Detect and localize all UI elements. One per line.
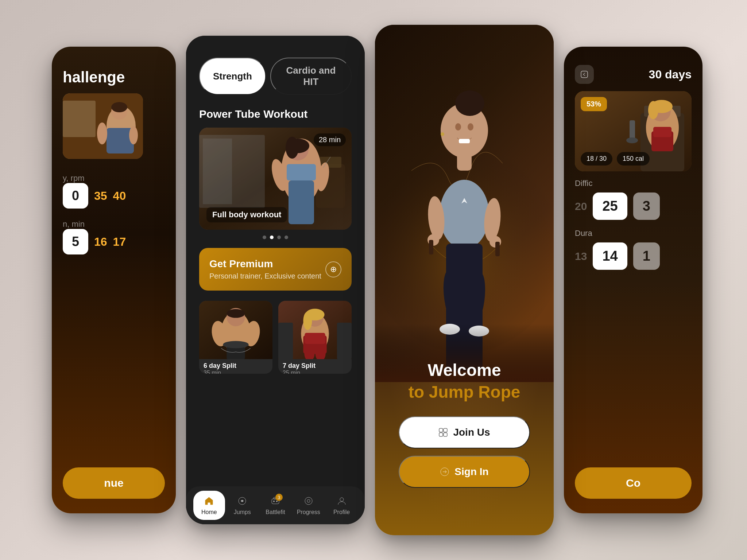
svg-point-46	[305, 497, 312, 505]
dot-4	[285, 236, 288, 239]
split-card-6day[interactable]: 6 day Split 35 min	[199, 301, 272, 374]
difficulty-label: Diffic	[575, 179, 692, 188]
athlete-illustration	[375, 25, 554, 382]
svg-point-6	[97, 122, 107, 144]
nav-progress[interactable]: Progress	[293, 491, 324, 520]
nav-home-label: Home	[201, 509, 217, 516]
phone1-val2: 5	[63, 229, 88, 254]
phone1-stat-row-1: 0 35 40	[63, 183, 165, 209]
sign-in-label: Sign In	[454, 466, 488, 478]
join-us-button[interactable]: Join Us	[399, 416, 530, 448]
premium-subtitle: Personal trainer, Exclusive content	[209, 272, 321, 280]
svg-rect-64	[429, 240, 433, 254]
jumps-icon	[236, 495, 248, 507]
nav-profile[interactable]: Profile	[326, 491, 357, 520]
premium-arrow[interactable]: ⊕	[325, 261, 341, 277]
nav-jumps-label: Jumps	[234, 509, 251, 516]
svg-point-57	[468, 123, 473, 131]
phone1-val1-adj1: 35	[94, 189, 107, 203]
workout-label: Full body workout	[206, 207, 287, 222]
phone4-header: 30 days	[575, 65, 692, 84]
diff-current[interactable]: 25	[593, 192, 627, 220]
premium-text: Get Premium Personal trainer, Exclusive …	[209, 258, 321, 280]
svg-point-84	[648, 101, 658, 119]
svg-point-29	[223, 341, 248, 348]
svg-rect-18	[289, 180, 314, 224]
sign-in-button[interactable]: Sign In	[399, 456, 530, 488]
premium-banner[interactable]: Get Premium Personal trainer, Exclusive …	[199, 248, 352, 291]
svg-rect-75	[444, 433, 447, 436]
svg-point-56	[455, 123, 461, 131]
phone1-title: hallenge	[63, 69, 165, 86]
phone1-stat-row-2: 5 16 17	[63, 229, 165, 254]
phone1-workout-image	[63, 93, 143, 159]
split-card-1-duration: 35 min	[204, 370, 268, 374]
svg-point-16	[286, 137, 299, 159]
svg-point-59	[441, 132, 444, 136]
split-cards: 6 day Split 35 min	[199, 301, 352, 374]
day-info: 18 / 30 150 cal	[581, 152, 650, 166]
join-icon	[438, 428, 448, 437]
signin-icon	[440, 467, 449, 477]
battlefit-icon: 3	[270, 495, 281, 507]
svg-point-47	[307, 499, 310, 502]
phone-30days: 30 days	[564, 47, 703, 513]
svg-point-7	[129, 126, 138, 144]
split-card-7day[interactable]: 7 day Split 25 min	[278, 301, 352, 374]
split-card-2-info: 7 day Split 25 min	[278, 359, 352, 374]
section-title: Power Tube Workout	[199, 108, 352, 120]
calories-info: 150 cal	[617, 152, 650, 166]
diff-prev: 20	[575, 200, 587, 213]
split-card-1-info: 6 day Split 35 min	[199, 359, 272, 374]
phone1-val2-adj2: 17	[113, 235, 126, 249]
svg-rect-74	[439, 433, 443, 436]
svg-rect-36	[305, 333, 325, 344]
profile-icon	[336, 495, 348, 507]
workout-duration: 28 min	[314, 133, 346, 146]
svg-point-55	[462, 90, 477, 105]
dur-current[interactable]: 14	[593, 242, 627, 270]
nav-home[interactable]: Home	[193, 491, 225, 520]
welcome-subtitle: to Jump Rope	[409, 382, 520, 402]
phone1-val2-adj1: 16	[94, 235, 107, 249]
split-card-1-title: 6 day Split	[204, 362, 268, 370]
split-card-1-image	[199, 301, 272, 359]
home-icon	[203, 495, 215, 507]
back-button[interactable]	[575, 65, 594, 84]
svg-rect-77	[581, 71, 588, 78]
duration-label: Dura	[575, 229, 692, 238]
svg-rect-1	[63, 101, 96, 137]
nav-battlefit[interactable]: 3 Battlefit	[260, 491, 291, 520]
phone1-continue-button[interactable]: nue	[63, 467, 165, 499]
day-progress: 18 / 30	[581, 152, 612, 166]
carousel-dots	[199, 236, 352, 239]
split-card-2-image	[278, 301, 352, 359]
dur-prev: 13	[575, 250, 587, 262]
phone-challenge: hallenge	[52, 47, 176, 513]
dur-next: 1	[633, 242, 660, 270]
tab-strength[interactable]: Strength	[199, 58, 266, 95]
svg-point-25	[227, 309, 245, 318]
svg-rect-10	[203, 139, 232, 204]
welcome-title: Welcome	[409, 360, 520, 380]
workout-card[interactable]: 28 min Full body workout	[199, 128, 352, 230]
phone1-min-label: n, min	[63, 219, 165, 229]
svg-rect-58	[459, 139, 470, 143]
dot-2	[270, 236, 274, 239]
join-us-label: Join Us	[453, 427, 490, 438]
svg-rect-73	[444, 428, 447, 432]
difficulty-section: Diffic 20 25 3	[575, 179, 692, 220]
tab-cardio[interactable]: Cardio and HIT	[270, 58, 352, 95]
progress-icon	[303, 495, 314, 507]
difficulty-row: 20 25 3	[575, 192, 692, 220]
phone1-stats: y, rpm 0 35 40 n, min 5 16 17	[63, 174, 165, 265]
svg-rect-39	[278, 323, 293, 359]
tab-row: Strength Cardio and HIT	[199, 58, 352, 95]
nav-jumps[interactable]: Jumps	[227, 491, 258, 520]
svg-rect-17	[287, 164, 316, 180]
duration-section: Dura 13 14 1	[575, 229, 692, 270]
svg-rect-65	[495, 242, 500, 256]
split-card-2-title: 7 day Split	[283, 362, 347, 370]
phone4-continue-button[interactable]: Co	[575, 467, 692, 499]
svg-point-44	[276, 501, 278, 502]
